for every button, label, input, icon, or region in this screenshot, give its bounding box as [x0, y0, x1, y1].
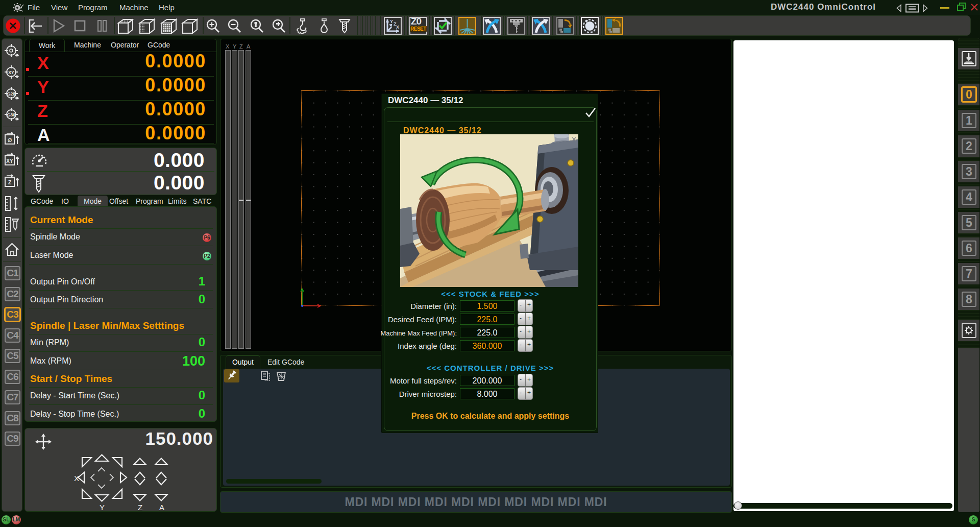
- svg-text:Y: Y: [100, 503, 105, 512]
- svg-text:XY: XY: [8, 70, 14, 75]
- svg-text:A: A: [159, 503, 164, 512]
- svg-text:Z: Z: [8, 180, 11, 185]
- svg-text:Y: Y: [390, 19, 393, 24]
- svg-text:Z: Z: [138, 503, 142, 512]
- svg-text:XY: XY: [6, 158, 13, 164]
- svg-text:X: X: [74, 474, 79, 483]
- svg-text:G30: G30: [7, 112, 15, 117]
- svg-text:G28: G28: [7, 91, 15, 97]
- svg-text:∅: ∅: [8, 137, 12, 143]
- svg-text:X: X: [396, 25, 399, 30]
